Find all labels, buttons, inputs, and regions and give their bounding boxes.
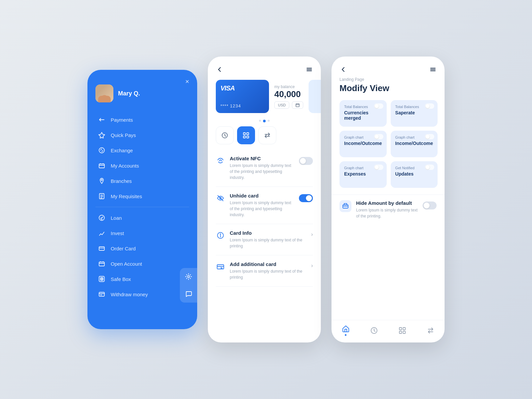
grid-card-1[interactable]: Total Balances Currencies merged	[339, 100, 387, 127]
nav-home[interactable]	[342, 325, 350, 336]
cardinfo-content: Card Info Lorem Ipsum is simply dummy te…	[230, 230, 307, 249]
invest-label: Invest	[111, 230, 124, 236]
user-name: Mary Q.	[118, 90, 140, 97]
hide-amount-icon	[339, 200, 351, 212]
svg-rect-13	[296, 104, 299, 107]
svg-rect-16	[247, 133, 249, 135]
setting-cardinfo[interactable]: Card Info Lorem Ipsum is simply dummy te…	[216, 224, 313, 255]
chat-fab[interactable]	[180, 285, 197, 303]
toggle-unhide[interactable]	[299, 194, 313, 202]
addcard-title: Add additional card	[230, 261, 307, 267]
grid-card-4[interactable]: Graph chart Income/Outcome	[391, 131, 438, 157]
sidebar-fabs	[180, 268, 197, 303]
sidebar-item-safebox[interactable]: Safe Box	[95, 272, 189, 286]
ordercard-icon	[98, 245, 105, 252]
dot-1	[259, 120, 261, 122]
svg-rect-27	[403, 328, 405, 330]
safebox-icon	[98, 275, 105, 283]
tab-transfer[interactable]	[258, 126, 276, 144]
addcard-content: Add additional card Lorem Ipsum is simpl…	[230, 261, 307, 280]
menu-button-3[interactable]	[429, 66, 437, 74]
svg-rect-8	[99, 262, 104, 266]
svg-rect-28	[399, 331, 402, 333]
openaccount-label: Open Account	[111, 261, 142, 267]
nav-grid[interactable]	[398, 327, 406, 334]
avatar	[95, 84, 113, 102]
sidebar-item-exchange[interactable]: Exchange	[95, 143, 189, 158]
nfc-icon	[216, 156, 225, 166]
nfc-toggle[interactable]	[299, 157, 313, 165]
page-breadcrumb: Landing Page	[339, 77, 437, 82]
sidebar-item-quickpays[interactable]: Quick Pays	[95, 128, 189, 142]
dot-3	[268, 120, 270, 122]
svg-rect-23	[343, 205, 348, 208]
branches-icon	[98, 177, 105, 185]
card6-title: Updates	[395, 171, 433, 177]
nav-clock[interactable]	[370, 327, 378, 334]
addcard-chevron: ›	[311, 263, 313, 269]
grid-card-3[interactable]: Graph chart Income/Outcome	[339, 131, 387, 157]
hide-amount-title: Hide Amount by default	[356, 200, 418, 206]
sidebar-item-openaccount[interactable]: Open Account	[95, 256, 189, 271]
phone3-header	[332, 57, 445, 77]
cardinfo-chevron: ›	[311, 231, 313, 237]
toggle-hide-amount[interactable]	[423, 201, 437, 209]
nav-transfer[interactable]	[427, 327, 435, 334]
withdraw-icon	[98, 291, 105, 298]
invest-icon	[98, 229, 105, 237]
settings-list: Activate NFC Lorem Ipsum is simply dummy…	[208, 150, 321, 342]
loan-label: Loan	[111, 215, 122, 221]
tab-clock[interactable]	[216, 126, 234, 144]
back-button-3[interactable]	[339, 66, 347, 74]
card3-title: Income/Outcome	[344, 141, 382, 146]
close-button[interactable]: ×	[185, 78, 189, 85]
svg-rect-7	[99, 247, 104, 250]
payments-label: Payments	[111, 117, 133, 123]
visa-card: VISA **** 1234	[216, 80, 269, 113]
hide-amount-toggle[interactable]	[423, 201, 437, 209]
usd-button[interactable]: USD	[274, 101, 289, 109]
avatar-image	[95, 84, 113, 102]
tab-grid[interactable]	[237, 126, 255, 144]
nfc-title: Activate NFC	[230, 156, 294, 161]
calendar-button[interactable]	[292, 101, 303, 109]
grid-card-5[interactable]: Graph chart Expenses	[339, 161, 387, 188]
toggle-nfc[interactable]	[299, 157, 313, 165]
sidebar-menu: Payments Quick Pays Exchange	[95, 112, 189, 320]
sidebar-item-accounts[interactable]: My Accounts	[95, 158, 189, 173]
svg-rect-15	[243, 133, 245, 135]
card-area: VISA **** 1234 my balance 40,000 USD	[208, 80, 321, 118]
phone2-card-settings: VISA **** 1234 my balance 40,000 USD	[208, 57, 321, 342]
grid-card-2[interactable]: Total Balances Saperate	[391, 100, 438, 127]
loan-icon	[98, 214, 105, 221]
unhide-toggle[interactable]	[299, 194, 313, 202]
accounts-label: My Accounts	[111, 163, 139, 169]
chevron-right-icon2: ›	[311, 263, 313, 269]
menu-button[interactable]	[306, 66, 313, 74]
phone2-header	[208, 57, 321, 80]
nfc-desc: Lorem Ipsum is simply dummy text of the …	[230, 163, 294, 181]
sidebar-item-requisites[interactable]: My Requisites	[95, 189, 189, 203]
sidebar-item-withdraw[interactable]: Withdraw money	[95, 287, 189, 302]
back-button[interactable]	[216, 66, 223, 74]
safebox-label: Safe Box	[111, 276, 131, 282]
addcard-icon	[216, 262, 225, 271]
hide-amount-desc: Lorem Ipsum is simply dummy text of the …	[356, 207, 418, 219]
nav-home-dot	[345, 334, 346, 336]
setting-addcard[interactable]: Add additional card Lorem Ipsum is simpl…	[216, 255, 313, 287]
svg-point-3	[101, 179, 102, 181]
sidebar-item-payments[interactable]: Payments	[95, 112, 189, 127]
sidebar-item-invest[interactable]: Invest	[95, 226, 189, 240]
settings-fab[interactable]	[180, 268, 197, 285]
svg-rect-17	[243, 136, 245, 138]
svg-rect-2	[99, 164, 104, 168]
currency-buttons: USD	[274, 101, 303, 109]
exchange-label: Exchange	[111, 148, 133, 153]
svg-point-1	[99, 148, 104, 153]
bottom-nav	[332, 320, 445, 342]
requisites-label: My Requisites	[111, 194, 142, 199]
sidebar-item-loan[interactable]: Loan	[95, 210, 189, 225]
grid-card-6[interactable]: Get Notified Updates	[391, 161, 438, 188]
sidebar-item-ordercard[interactable]: Order Card	[95, 241, 189, 256]
sidebar-item-branches[interactable]: Branches	[95, 174, 189, 188]
